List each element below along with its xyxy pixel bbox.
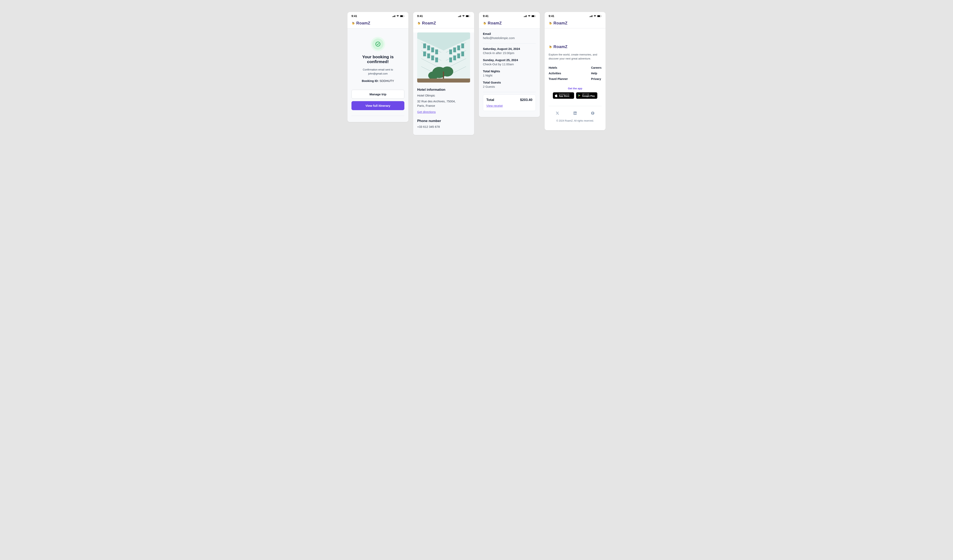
brand-bar: RoamZ bbox=[348, 19, 408, 28]
svg-rect-59 bbox=[592, 15, 593, 17]
battery-icon bbox=[466, 15, 470, 17]
email-label: Email bbox=[483, 32, 536, 36]
footer-link-careers[interactable]: Careers bbox=[591, 66, 602, 69]
svg-rect-2 bbox=[394, 16, 394, 17]
view-itinerary-button[interactable]: View full itinerary bbox=[351, 101, 404, 110]
success-check-icon bbox=[372, 39, 383, 50]
hotel-address: 32 Rue des Archives, 75004, Paris, Franc… bbox=[417, 99, 470, 108]
view-receipt-link[interactable]: View receipt bbox=[486, 104, 503, 107]
svg-rect-1 bbox=[393, 16, 394, 17]
battery-icon bbox=[597, 15, 602, 17]
store-badges-row: Download on the App Store GET IT ON Goog… bbox=[549, 92, 602, 99]
svg-rect-48 bbox=[524, 16, 525, 17]
checkin-row: Saturday, August 24, 2024 Check-In after… bbox=[483, 43, 536, 58]
logo-icon bbox=[417, 22, 421, 25]
svg-rect-32 bbox=[427, 53, 430, 58]
logo-icon bbox=[549, 45, 552, 49]
logo-text: RoamZ bbox=[553, 21, 568, 25]
footer-description: Explore the world, create memories, and … bbox=[549, 53, 602, 61]
svg-rect-49 bbox=[525, 16, 525, 17]
manage-trip-button[interactable]: Manage trip bbox=[351, 90, 404, 99]
footer-col-2: Careers Help Privacy bbox=[591, 66, 602, 81]
svg-rect-11 bbox=[459, 16, 460, 17]
footer-link-hotels[interactable]: Hotels bbox=[549, 66, 568, 69]
success-icon-wrap bbox=[351, 28, 404, 54]
linkedin-icon[interactable] bbox=[573, 112, 577, 116]
google-play-badge[interactable]: GET IT ON Google Play bbox=[576, 92, 598, 99]
svg-rect-39 bbox=[461, 51, 464, 56]
svg-rect-0 bbox=[392, 16, 393, 17]
svg-rect-40 bbox=[457, 53, 460, 58]
phone-value: +33 612 345 678 bbox=[417, 124, 470, 129]
svg-rect-34 bbox=[435, 57, 438, 62]
svg-rect-6 bbox=[404, 16, 404, 16]
signal-icon bbox=[524, 15, 527, 17]
x-twitter-icon[interactable] bbox=[556, 112, 559, 116]
get-directions-link[interactable]: Get directions bbox=[417, 110, 436, 113]
svg-point-45 bbox=[428, 71, 438, 79]
checkout-time: Check-Out by 11:00am bbox=[483, 62, 536, 66]
footer-link-activities[interactable]: Activities bbox=[549, 72, 568, 75]
copyright-text: © 2024 RoamZ. All rights reserved. bbox=[549, 119, 602, 122]
svg-rect-54 bbox=[535, 16, 536, 16]
logo-icon bbox=[351, 22, 355, 25]
sent-line-2: john@gmail.com bbox=[368, 72, 388, 75]
hotel-name: Hotel Olimpic bbox=[417, 93, 470, 98]
svg-rect-56 bbox=[590, 16, 590, 17]
footer-links: Hotels Activities Travel Planner Careers… bbox=[549, 66, 602, 81]
email-row: Email hello@hotelolimpic.com bbox=[483, 28, 536, 43]
svg-rect-61 bbox=[598, 15, 600, 17]
status-time: 9:41 bbox=[417, 14, 423, 18]
svg-rect-14 bbox=[466, 15, 469, 17]
footer-logo-text: RoamZ bbox=[553, 45, 568, 49]
address-line-1: 32 Rue des Archives, 75004, bbox=[417, 99, 456, 103]
guests-label: Total Guests bbox=[483, 81, 536, 84]
status-time: 9:41 bbox=[549, 14, 554, 18]
confirmation-subtext: Confirmation email sent to john@gmail.co… bbox=[351, 68, 404, 76]
app-store-badge[interactable]: Download on the App Store bbox=[553, 92, 574, 99]
signal-icon bbox=[392, 15, 396, 17]
guests-value: 2 Guests bbox=[483, 85, 536, 88]
wifi-icon bbox=[396, 15, 399, 17]
total-label: Total bbox=[486, 98, 494, 102]
get-app-label: Get the app bbox=[549, 87, 602, 90]
svg-rect-27 bbox=[423, 43, 426, 48]
social-row bbox=[549, 106, 602, 116]
footer-link-help[interactable]: Help bbox=[591, 72, 602, 75]
logo-icon bbox=[483, 22, 486, 25]
footer-col-1: Hotels Activities Travel Planner bbox=[549, 66, 568, 81]
logo-text: RoamZ bbox=[488, 21, 502, 25]
signal-icon bbox=[458, 15, 461, 17]
svg-rect-51 bbox=[526, 15, 527, 17]
battery-icon bbox=[531, 15, 536, 17]
footer-link-planner[interactable]: Travel Planner bbox=[549, 77, 568, 81]
screen-booking-confirmed: 9:41 RoamZ Your booking is confirmed! Co… bbox=[348, 12, 408, 122]
logo-text: RoamZ bbox=[356, 21, 370, 25]
svg-rect-5 bbox=[400, 15, 403, 17]
battery-icon bbox=[400, 15, 404, 17]
checkin-date: Saturday, August 24, 2024 bbox=[483, 47, 536, 50]
appstore-small: Download on the bbox=[559, 93, 570, 95]
status-time: 9:41 bbox=[351, 14, 357, 18]
status-bar: 9:41 bbox=[413, 12, 474, 19]
svg-rect-37 bbox=[453, 48, 456, 52]
phone-title: Phone number bbox=[417, 119, 470, 123]
appstore-big: App Store bbox=[559, 95, 570, 97]
svg-point-71 bbox=[574, 112, 574, 113]
guests-row: Total Guests 2 Guests bbox=[483, 81, 536, 92]
screen-hotel-info: 9:41 RoamZ bbox=[413, 12, 474, 135]
nights-label: Total Nights bbox=[483, 70, 536, 73]
apple-icon bbox=[555, 94, 558, 97]
screen-booking-details: 9:41 RoamZ Email hello@hotelolimpic.com … bbox=[479, 12, 540, 117]
brand-bar: RoamZ bbox=[413, 19, 474, 28]
status-bar: 9:41 bbox=[545, 12, 605, 19]
footer-link-privacy[interactable]: Privacy bbox=[591, 77, 602, 81]
facebook-icon[interactable] bbox=[591, 112, 594, 116]
hotel-info-title: Hotel information bbox=[417, 88, 470, 92]
play-icon bbox=[578, 94, 581, 97]
footer-logo: RoamZ bbox=[549, 28, 602, 49]
svg-rect-33 bbox=[431, 56, 434, 60]
checkout-row: Sunday, August 25, 2024 Check-Out by 11:… bbox=[483, 58, 536, 70]
divider bbox=[483, 92, 536, 92]
total-row: Total $203.40 bbox=[486, 98, 532, 102]
